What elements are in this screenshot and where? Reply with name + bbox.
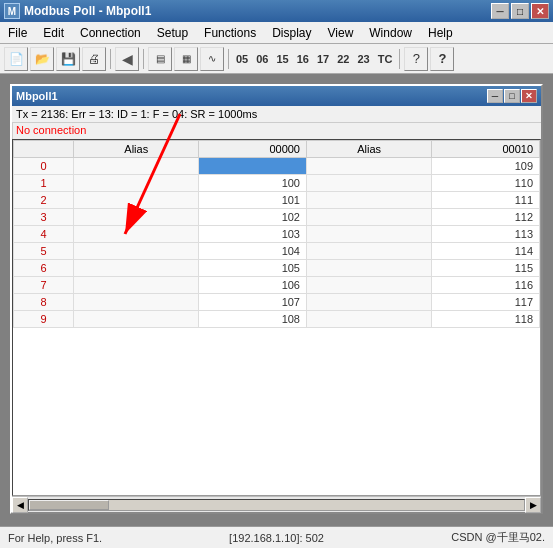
value-cell-1: 102 — [199, 209, 307, 226]
row-number: 3 — [14, 209, 74, 226]
menu-bar: File Edit Connection Setup Functions Dis… — [0, 22, 553, 44]
value-cell-1: 101 — [199, 192, 307, 209]
toolbar-btn-scan2[interactable]: ▦ — [174, 47, 198, 71]
row-number: 5 — [14, 243, 74, 260]
row-number: 2 — [14, 192, 74, 209]
alias-cell-1 — [74, 243, 199, 260]
table-row[interactable]: 3102112 — [14, 209, 540, 226]
value-cell-2: 110 — [432, 175, 540, 192]
scroll-right-button[interactable]: ▶ — [525, 497, 541, 513]
header-empty — [14, 141, 74, 158]
row-number: 6 — [14, 260, 74, 277]
menu-edit[interactable]: Edit — [35, 24, 72, 42]
header-addr-1: 00000 — [199, 141, 307, 158]
toolbar-separator-3 — [228, 49, 229, 69]
toolbar-label-06[interactable]: 06 — [253, 51, 271, 67]
mdi-status-line: Tx = 2136: Err = 13: ID = 1: F = 04: SR … — [12, 106, 541, 123]
toolbar-separator-2 — [143, 49, 144, 69]
status-text: Tx = 2136: Err = 13: ID = 1: F = 04: SR … — [16, 108, 257, 120]
data-table: Alias 00000 Alias 00010 0109110011021011… — [13, 140, 540, 328]
alias-cell-2 — [306, 311, 431, 328]
table-row[interactable]: 7106116 — [14, 277, 540, 294]
toolbar-help-btn[interactable]: ? — [404, 47, 428, 71]
table-row[interactable]: 6105115 — [14, 260, 540, 277]
row-number: 7 — [14, 277, 74, 294]
table-row[interactable]: 0109 — [14, 158, 540, 175]
value-cell-1: 104 — [199, 243, 307, 260]
menu-connection[interactable]: Connection — [72, 24, 149, 42]
no-connection-text: No connection — [12, 123, 541, 139]
table-row[interactable]: 2101111 — [14, 192, 540, 209]
alias-cell-1 — [74, 226, 199, 243]
value-cell-1: 103 — [199, 226, 307, 243]
app-title: Modbus Poll - Mbpoll1 — [24, 4, 151, 18]
header-addr-2: 00010 — [432, 141, 540, 158]
menu-window[interactable]: Window — [361, 24, 420, 42]
alias-cell-2 — [306, 226, 431, 243]
value-cell-2: 116 — [432, 277, 540, 294]
scroll-left-button[interactable]: ◀ — [12, 497, 28, 513]
toolbar-about-btn[interactable]: ? — [430, 47, 454, 71]
alias-cell-2 — [306, 260, 431, 277]
value-cell-1: 106 — [199, 277, 307, 294]
table-row[interactable]: 5104114 — [14, 243, 540, 260]
alias-cell-2 — [306, 294, 431, 311]
row-number: 4 — [14, 226, 74, 243]
horizontal-scrollbar[interactable]: ◀ ▶ — [12, 496, 541, 512]
header-alias-2: Alias — [306, 141, 431, 158]
toolbar-label-05[interactable]: 05 — [233, 51, 251, 67]
toolbar-label-22[interactable]: 22 — [334, 51, 352, 67]
menu-view[interactable]: View — [320, 24, 362, 42]
value-cell-1: 107 — [199, 294, 307, 311]
toolbar-label-16[interactable]: 16 — [294, 51, 312, 67]
menu-functions[interactable]: Functions — [196, 24, 264, 42]
save-button[interactable]: 💾 — [56, 47, 80, 71]
value-cell-2: 114 — [432, 243, 540, 260]
minimize-button[interactable]: ─ — [491, 3, 509, 19]
mdi-window: Mbpoll1 ─ □ ✕ Tx = 2136: Err = 13: ID = … — [10, 84, 543, 514]
alias-cell-1 — [74, 277, 199, 294]
mdi-maximize-button[interactable]: □ — [504, 89, 520, 103]
toolbar-btn-wave[interactable]: ∿ — [200, 47, 224, 71]
status-help: For Help, press F1. — [8, 532, 187, 544]
mdi-title-bar: Mbpoll1 ─ □ ✕ — [12, 86, 541, 106]
alias-cell-2 — [306, 158, 431, 175]
mdi-minimize-button[interactable]: ─ — [487, 89, 503, 103]
row-number: 9 — [14, 311, 74, 328]
open-button[interactable]: 📂 — [30, 47, 54, 71]
value-cell-2: 112 — [432, 209, 540, 226]
table-row[interactable]: 1100110 — [14, 175, 540, 192]
value-cell-1 — [199, 158, 307, 175]
table-row[interactable]: 4103113 — [14, 226, 540, 243]
data-table-wrapper[interactable]: Alias 00000 Alias 00010 0109110011021011… — [12, 139, 541, 496]
alias-cell-1 — [74, 260, 199, 277]
menu-file[interactable]: File — [0, 24, 35, 42]
toolbar-label-tc[interactable]: TC — [375, 51, 396, 67]
toolbar-btn-left[interactable]: ◀ — [115, 47, 139, 71]
table-row[interactable]: 8107117 — [14, 294, 540, 311]
mdi-title: Mbpoll1 — [16, 90, 58, 102]
value-cell-2: 113 — [432, 226, 540, 243]
alias-cell-2 — [306, 277, 431, 294]
value-cell-1: 108 — [199, 311, 307, 328]
alias-cell-1 — [74, 158, 199, 175]
menu-help[interactable]: Help — [420, 24, 461, 42]
toolbar-label-17[interactable]: 17 — [314, 51, 332, 67]
table-row[interactable]: 9108118 — [14, 311, 540, 328]
alias-cell-1 — [74, 209, 199, 226]
print-button[interactable]: 🖨 — [82, 47, 106, 71]
toolbar-btn-scan[interactable]: ▤ — [148, 47, 172, 71]
toolbar-label-23[interactable]: 23 — [355, 51, 373, 67]
alias-cell-1 — [74, 175, 199, 192]
row-number: 8 — [14, 294, 74, 311]
maximize-button[interactable]: □ — [511, 3, 529, 19]
menu-setup[interactable]: Setup — [149, 24, 196, 42]
new-button[interactable]: 📄 — [4, 47, 28, 71]
toolbar-separator-4 — [399, 49, 400, 69]
close-button[interactable]: ✕ — [531, 3, 549, 19]
menu-display[interactable]: Display — [264, 24, 319, 42]
toolbar-separator-1 — [110, 49, 111, 69]
toolbar-label-15[interactable]: 15 — [274, 51, 292, 67]
mdi-close-button[interactable]: ✕ — [521, 89, 537, 103]
alias-cell-2 — [306, 209, 431, 226]
